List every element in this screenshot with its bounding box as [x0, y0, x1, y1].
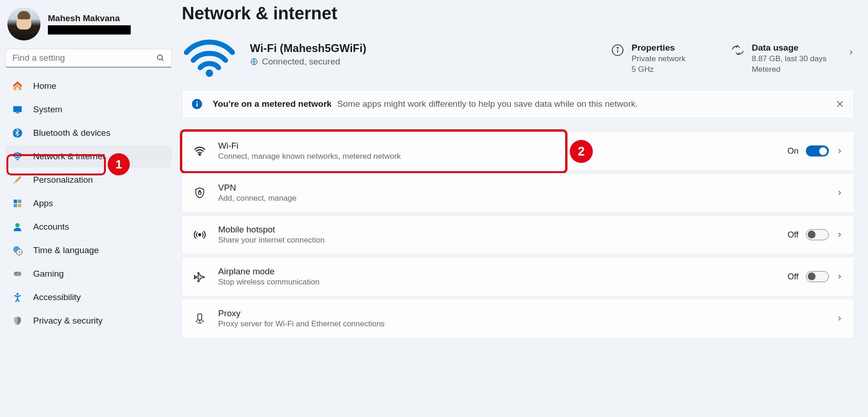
- annotation-badge-1: 1: [108, 153, 130, 175]
- person-icon: [12, 221, 23, 232]
- proxy-icon: [193, 312, 206, 325]
- properties-block[interactable]: Properties Private network 5 GHz: [611, 36, 685, 75]
- svg-point-16: [17, 293, 19, 295]
- card-title: VPN: [218, 183, 824, 193]
- svg-point-17: [206, 70, 213, 77]
- metered-banner: You're on a metered networkSome apps mig…: [182, 90, 854, 118]
- user-name: Mahesh Makvana: [48, 13, 131, 23]
- properties-title: Properties: [631, 43, 685, 53]
- sidebar-item-apps[interactable]: Apps: [6, 192, 172, 214]
- hotspot-toggle[interactable]: [806, 229, 829, 240]
- properties-line1: Private network: [631, 54, 685, 64]
- data-usage-title: Data usage: [752, 43, 827, 53]
- data-usage-line1: 8.87 GB, last 30 days: [752, 54, 827, 64]
- sidebar-item-label: Bluetooth & devices: [33, 128, 110, 138]
- card-proxy[interactable]: Proxy Proxy server for Wi-Fi and Etherne…: [182, 299, 854, 338]
- card-title: Proxy: [218, 308, 824, 319]
- avatar[interactable]: [7, 7, 41, 41]
- sidebar-item-label: Accounts: [33, 222, 69, 232]
- svg-point-15: [20, 274, 21, 275]
- banner-bold: You're on a metered network: [213, 99, 332, 109]
- svg-line-1: [162, 59, 163, 61]
- annotation-highlight-1: [6, 154, 106, 175]
- vpn-shield-icon: [193, 186, 206, 199]
- sidebar-item-bluetooth[interactable]: Bluetooth & devices: [6, 122, 172, 144]
- wifi-large-icon: [182, 36, 237, 77]
- hotspot-icon: [193, 228, 206, 241]
- chevron-right-icon: [836, 315, 843, 322]
- svg-point-20: [617, 47, 618, 48]
- sidebar-item-label: Personalization: [33, 175, 93, 185]
- svg-point-26: [199, 234, 201, 236]
- toggle-label: On: [787, 146, 799, 156]
- card-wifi[interactable]: Wi-Fi Connect, manage known networks, me…: [182, 131, 854, 171]
- shield-icon: [12, 315, 23, 326]
- sidebar-item-privacy[interactable]: Privacy & security: [6, 310, 172, 332]
- svg-point-22: [197, 101, 198, 103]
- card-airplane[interactable]: Airplane mode Stop wireless communicatio…: [182, 257, 854, 296]
- wifi-name: Wi-Fi (Mahesh5GWiFi): [250, 42, 598, 55]
- home-icon: [12, 81, 23, 92]
- card-title: Mobile hotspot: [218, 225, 775, 235]
- bluetooth-icon: [12, 127, 23, 139]
- sidebar-item-label: Privacy & security: [33, 316, 103, 326]
- data-usage-icon: [731, 44, 744, 57]
- sidebar-item-accounts[interactable]: Accounts: [6, 216, 172, 238]
- chevron-right-icon[interactable]: [848, 49, 854, 56]
- properties-line2: 5 GHz: [631, 64, 685, 75]
- svg-rect-2: [13, 106, 22, 112]
- banner-text: Some apps might work differently to help…: [337, 99, 638, 109]
- chevron-right-icon: [836, 273, 843, 280]
- wifi-icon: [193, 145, 206, 157]
- system-icon: [12, 104, 23, 115]
- close-icon[interactable]: [835, 99, 845, 109]
- svg-rect-8: [14, 204, 17, 207]
- accessibility-icon: [12, 292, 23, 303]
- svg-rect-9: [18, 204, 21, 207]
- svg-rect-3: [16, 112, 19, 113]
- svg-point-10: [15, 223, 19, 227]
- toggle-label: Off: [787, 272, 799, 282]
- user-email-redacted: [48, 25, 131, 35]
- search-input[interactable]: [12, 53, 156, 63]
- card-subtitle: Share your internet connection: [218, 236, 775, 245]
- svg-point-14: [19, 272, 20, 274]
- sidebar: Mahesh Makvana Home System Bluetooth & d…: [0, 0, 177, 417]
- chevron-right-icon: [836, 190, 843, 196]
- apps-icon: [12, 198, 23, 209]
- airplane-icon: [193, 270, 206, 283]
- svg-rect-27: [198, 314, 202, 320]
- card-subtitle: Proxy server for Wi-Fi and Ethernet conn…: [218, 319, 824, 329]
- sidebar-item-accessibility[interactable]: Accessibility: [6, 286, 172, 308]
- user-header[interactable]: Mahesh Makvana: [6, 6, 172, 49]
- toggle-label: Off: [787, 230, 799, 240]
- airplane-toggle[interactable]: [806, 271, 829, 282]
- card-subtitle: Connect, manage known networks, metered …: [218, 152, 775, 161]
- sidebar-item-home[interactable]: Home: [6, 75, 172, 97]
- svg-point-0: [157, 55, 162, 60]
- svg-rect-23: [197, 103, 198, 107]
- data-usage-block[interactable]: Data usage 8.87 GB, last 30 days Metered: [731, 36, 827, 75]
- sidebar-item-time[interactable]: Time & language: [6, 239, 172, 261]
- search-icon: [156, 54, 165, 62]
- data-usage-line2: Metered: [752, 64, 827, 75]
- card-subtitle: Add, connect, manage: [218, 194, 824, 203]
- sidebar-item-system[interactable]: System: [6, 98, 172, 121]
- wifi-status: Connected, secured: [262, 57, 340, 67]
- clock-globe-icon: [12, 245, 23, 256]
- chevron-right-icon: [836, 148, 843, 154]
- card-hotspot[interactable]: Mobile hotspot Share your internet conne…: [182, 215, 854, 255]
- info-filled-icon: [191, 98, 203, 110]
- nav-list: Home System Bluetooth & devices Network …: [6, 75, 172, 332]
- gamepad-icon: [12, 268, 23, 279]
- search-input-wrap[interactable]: [6, 49, 172, 68]
- page-title: Network & internet: [182, 4, 854, 23]
- sidebar-item-gaming[interactable]: Gaming: [6, 263, 172, 285]
- wifi-toggle[interactable]: [806, 145, 829, 156]
- brush-icon: [12, 174, 23, 185]
- svg-rect-25: [198, 192, 201, 194]
- card-vpn[interactable]: VPN Add, connect, manage: [182, 173, 854, 213]
- svg-point-24: [199, 154, 200, 155]
- card-subtitle: Stop wireless communication: [218, 278, 775, 287]
- chevron-right-icon: [836, 232, 843, 238]
